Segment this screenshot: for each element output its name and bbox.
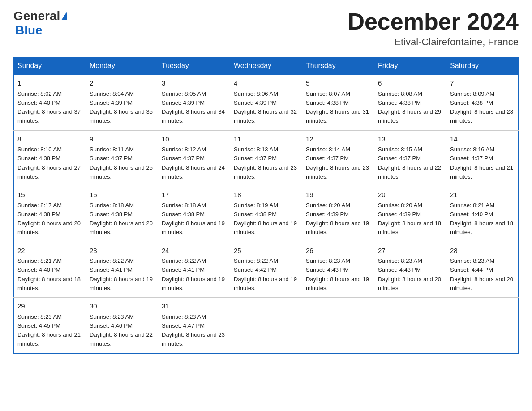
location-subtitle: Etival-Clairefontaine, France — [348, 36, 519, 48]
calendar-cell-24: 24 Sunrise: 8:22 AMSunset: 4:41 PMDaylig… — [158, 242, 230, 298]
day-info: Sunrise: 8:13 AMSunset: 4:37 PMDaylight:… — [234, 146, 297, 180]
day-number: 9 — [90, 134, 154, 145]
day-number: 19 — [306, 190, 370, 200]
calendar-cell-27: 27 Sunrise: 8:23 AMSunset: 4:43 PMDaylig… — [374, 242, 446, 298]
day-number: 2 — [90, 78, 154, 89]
header-thursday: Thursday — [302, 57, 374, 75]
calendar-cell-6: 6 Sunrise: 8:08 AMSunset: 4:38 PMDayligh… — [374, 75, 446, 131]
day-info: Sunrise: 8:14 AMSunset: 4:37 PMDaylight:… — [306, 146, 369, 180]
calendar-table: Sunday Monday Tuesday Wednesday Thursday… — [13, 57, 519, 354]
day-info: Sunrise: 8:08 AMSunset: 4:38 PMDaylight:… — [378, 90, 441, 124]
day-info: Sunrise: 8:04 AMSunset: 4:39 PMDaylight:… — [90, 90, 153, 124]
day-number: 28 — [450, 246, 515, 256]
calendar-cell-33 — [302, 298, 374, 354]
day-number: 23 — [90, 246, 154, 256]
day-info: Sunrise: 8:17 AMSunset: 4:38 PMDaylight:… — [17, 202, 81, 236]
day-info: Sunrise: 8:09 AMSunset: 4:38 PMDaylight:… — [450, 90, 513, 124]
calendar-cell-18: 18 Sunrise: 8:19 AMSunset: 4:38 PMDaylig… — [230, 186, 302, 242]
day-number: 22 — [17, 246, 82, 256]
calendar-cell-21: 21 Sunrise: 8:21 AMSunset: 4:40 PMDaylig… — [446, 186, 519, 242]
calendar-cell-31: 31 Sunrise: 8:23 AMSunset: 4:47 PMDaylig… — [158, 298, 230, 354]
calendar-cell-10: 10 Sunrise: 8:12 AMSunset: 4:37 PMDaylig… — [158, 130, 230, 186]
day-info: Sunrise: 8:02 AMSunset: 4:40 PMDaylight:… — [17, 90, 81, 124]
header-sunday: Sunday — [14, 57, 86, 75]
day-info: Sunrise: 8:19 AMSunset: 4:38 PMDaylight:… — [234, 202, 297, 236]
calendar-cell-23: 23 Sunrise: 8:22 AMSunset: 4:41 PMDaylig… — [86, 242, 158, 298]
day-number: 17 — [162, 190, 226, 200]
day-number: 5 — [306, 78, 370, 89]
week-row-3: 15 Sunrise: 8:17 AMSunset: 4:38 PMDaylig… — [14, 186, 519, 242]
header-tuesday: Tuesday — [158, 57, 230, 75]
day-number: 30 — [90, 301, 154, 312]
calendar-cell-17: 17 Sunrise: 8:18 AMSunset: 4:38 PMDaylig… — [158, 186, 230, 242]
calendar-cell-14: 14 Sunrise: 8:16 AMSunset: 4:37 PMDaylig… — [446, 130, 519, 186]
week-row-2: 8 Sunrise: 8:10 AMSunset: 4:38 PMDayligh… — [14, 130, 519, 186]
day-info: Sunrise: 8:15 AMSunset: 4:37 PMDaylight:… — [378, 146, 441, 180]
day-number: 29 — [17, 301, 82, 312]
day-info: Sunrise: 8:05 AMSunset: 4:39 PMDaylight:… — [162, 90, 225, 124]
day-info: Sunrise: 8:22 AMSunset: 4:42 PMDaylight:… — [234, 257, 297, 291]
calendar-cell-32 — [230, 298, 302, 354]
calendar-cell-7: 7 Sunrise: 8:09 AMSunset: 4:38 PMDayligh… — [446, 75, 519, 131]
header-monday: Monday — [86, 57, 158, 75]
logo-blue-text: Blue — [15, 23, 43, 37]
day-info: Sunrise: 8:06 AMSunset: 4:39 PMDaylight:… — [234, 90, 297, 124]
day-number: 8 — [17, 134, 82, 145]
day-info: Sunrise: 8:18 AMSunset: 4:38 PMDaylight:… — [162, 202, 225, 236]
day-number: 26 — [306, 246, 370, 256]
day-info: Sunrise: 8:11 AMSunset: 4:37 PMDaylight:… — [90, 146, 153, 180]
day-info: Sunrise: 8:20 AMSunset: 4:39 PMDaylight:… — [306, 202, 369, 236]
day-info: Sunrise: 8:23 AMSunset: 4:44 PMDaylight:… — [450, 257, 513, 291]
calendar-cell-12: 12 Sunrise: 8:14 AMSunset: 4:37 PMDaylig… — [302, 130, 374, 186]
day-info: Sunrise: 8:07 AMSunset: 4:38 PMDaylight:… — [306, 90, 369, 124]
calendar-cell-4: 4 Sunrise: 8:06 AMSunset: 4:39 PMDayligh… — [230, 75, 302, 131]
day-number: 25 — [234, 246, 298, 256]
day-number: 15 — [17, 190, 82, 200]
calendar-cell-22: 22 Sunrise: 8:21 AMSunset: 4:40 PMDaylig… — [14, 242, 86, 298]
calendar-cell-30: 30 Sunrise: 8:23 AMSunset: 4:46 PMDaylig… — [86, 298, 158, 354]
day-number: 10 — [162, 134, 226, 145]
calendar-cell-8: 8 Sunrise: 8:10 AMSunset: 4:38 PMDayligh… — [14, 130, 86, 186]
day-info: Sunrise: 8:21 AMSunset: 4:40 PMDaylight:… — [450, 202, 513, 236]
day-info: Sunrise: 8:23 AMSunset: 4:45 PMDaylight:… — [17, 313, 81, 347]
day-info: Sunrise: 8:23 AMSunset: 4:43 PMDaylight:… — [306, 257, 369, 291]
day-number: 11 — [234, 134, 298, 145]
logo: General Blue — [13, 9, 67, 38]
week-row-4: 22 Sunrise: 8:21 AMSunset: 4:40 PMDaylig… — [14, 242, 519, 298]
day-number: 14 — [450, 134, 515, 145]
day-number: 31 — [162, 301, 226, 312]
calendar-cell-5: 5 Sunrise: 8:07 AMSunset: 4:38 PMDayligh… — [302, 75, 374, 131]
day-number: 6 — [378, 78, 442, 89]
calendar-cell-3: 3 Sunrise: 8:05 AMSunset: 4:39 PMDayligh… — [158, 75, 230, 131]
day-info: Sunrise: 8:16 AMSunset: 4:37 PMDaylight:… — [450, 146, 513, 180]
day-number: 1 — [17, 78, 82, 89]
day-info: Sunrise: 8:22 AMSunset: 4:41 PMDaylight:… — [90, 257, 153, 291]
calendar-cell-29: 29 Sunrise: 8:23 AMSunset: 4:45 PMDaylig… — [14, 298, 86, 354]
week-row-1: 1 Sunrise: 8:02 AMSunset: 4:40 PMDayligh… — [14, 75, 519, 131]
day-number: 7 — [450, 78, 515, 89]
day-number: 24 — [162, 246, 226, 256]
day-number: 18 — [234, 190, 298, 200]
day-info: Sunrise: 8:23 AMSunset: 4:47 PMDaylight:… — [162, 313, 225, 347]
header-saturday: Saturday — [446, 57, 519, 75]
header-wednesday: Wednesday — [230, 57, 302, 75]
calendar-cell-34 — [374, 298, 446, 354]
calendar-cell-20: 20 Sunrise: 8:20 AMSunset: 4:39 PMDaylig… — [374, 186, 446, 242]
page-header: General Blue December 2024 Etival-Claire… — [13, 9, 519, 48]
logo-general-text: General — [13, 9, 60, 23]
calendar-cell-35 — [446, 298, 519, 354]
calendar-cell-1: 1 Sunrise: 8:02 AMSunset: 4:40 PMDayligh… — [14, 75, 86, 131]
calendar-cell-19: 19 Sunrise: 8:20 AMSunset: 4:39 PMDaylig… — [302, 186, 374, 242]
day-number: 21 — [450, 190, 515, 200]
calendar-cell-2: 2 Sunrise: 8:04 AMSunset: 4:39 PMDayligh… — [86, 75, 158, 131]
day-number: 4 — [234, 78, 298, 89]
day-number: 13 — [378, 134, 442, 145]
day-info: Sunrise: 8:21 AMSunset: 4:40 PMDaylight:… — [17, 257, 81, 291]
calendar-cell-25: 25 Sunrise: 8:22 AMSunset: 4:42 PMDaylig… — [230, 242, 302, 298]
header-friday: Friday — [374, 57, 446, 75]
day-info: Sunrise: 8:10 AMSunset: 4:38 PMDaylight:… — [17, 146, 81, 180]
calendar-cell-9: 9 Sunrise: 8:11 AMSunset: 4:37 PMDayligh… — [86, 130, 158, 186]
week-row-5: 29 Sunrise: 8:23 AMSunset: 4:45 PMDaylig… — [14, 298, 519, 354]
calendar-cell-28: 28 Sunrise: 8:23 AMSunset: 4:44 PMDaylig… — [446, 242, 519, 298]
calendar-title: December 2024 Etival-Clairefontaine, Fra… — [348, 9, 519, 48]
